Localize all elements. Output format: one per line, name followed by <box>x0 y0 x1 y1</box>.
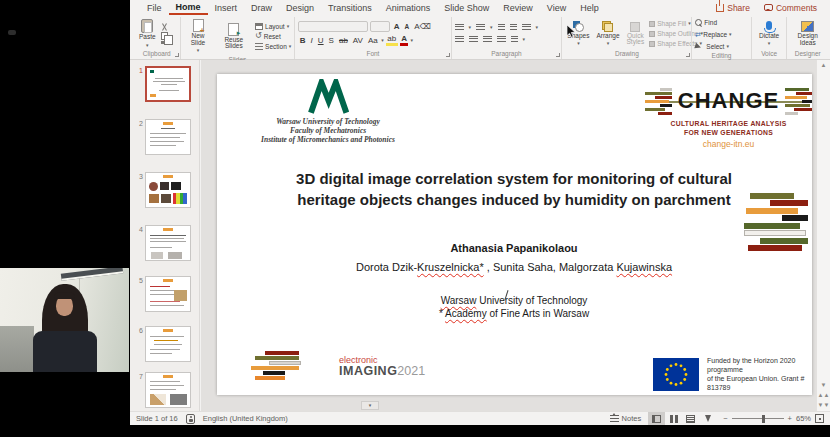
zoom-out-button[interactable]: − <box>723 414 727 423</box>
slide-thumbnail-1[interactable] <box>145 66 191 102</box>
thumb-image <box>170 394 187 405</box>
notes-button[interactable]: Notes <box>610 414 642 423</box>
wut-logo-block[interactable]: Warsaw University of Technology Faculty … <box>233 79 423 144</box>
slide-thumbnail-2[interactable] <box>145 119 191 155</box>
grow-font-button[interactable]: A <box>392 22 401 31</box>
reuse-slides-button[interactable]: Reuse Slides <box>215 22 252 51</box>
new-slide-button[interactable]: New Slide ▾ <box>184 18 213 55</box>
decrease-indent-button[interactable] <box>498 24 505 31</box>
tab-help[interactable]: Help <box>573 0 606 15</box>
previous-slide-icon[interactable]: ▲▲ <box>818 390 830 400</box>
underline-button[interactable]: U <box>316 36 325 45</box>
slide-sorter-view-button[interactable] <box>665 412 682 425</box>
font-name-input[interactable] <box>298 21 368 32</box>
paste-dropdown-icon: ▾ <box>146 42 149 49</box>
copy-button[interactable] <box>161 32 168 40</box>
shrink-font-button[interactable]: A <box>403 22 411 31</box>
slide-thumbnail-7[interactable] <box>145 372 191 408</box>
ei-imaging-label: IMAGING <box>339 364 397 378</box>
slide-thumbnail-3[interactable] <box>145 172 191 208</box>
tab-transitions[interactable]: Transitions <box>321 0 379 15</box>
accessibility-icon[interactable] <box>186 414 195 424</box>
slide-thumbnail-5[interactable] <box>145 276 191 312</box>
bold-button[interactable]: B <box>298 36 307 45</box>
paste-icon <box>141 19 153 33</box>
line-spacing-button[interactable] <box>522 24 531 31</box>
shadow-button[interactable]: S <box>327 36 335 45</box>
layout-button[interactable]: Layout ▾ <box>255 22 291 31</box>
clear-formatting-button[interactable]: A⌫ <box>413 22 433 31</box>
change-logo-block[interactable]: CHANGE CULTURAL HERITAGE ANALYSIS FOR NE… <box>645 86 812 149</box>
slide-thumbnail-6[interactable] <box>145 326 191 362</box>
electronic-imaging-logo[interactable]: electronicIMAGING2021 <box>251 351 425 380</box>
language-indicator[interactable]: English (United Kingdom) <box>203 414 288 423</box>
align-center-button[interactable] <box>469 36 478 43</box>
justify-button[interactable] <box>497 36 506 43</box>
pane-collapse-button[interactable]: ▾ <box>361 401 379 410</box>
columns-button[interactable] <box>511 36 518 43</box>
eu-funding-block[interactable]: Funded by the Horizon 2020 programme of … <box>653 356 812 392</box>
share-button[interactable]: Share <box>711 3 755 13</box>
align-left-button[interactable] <box>455 36 464 43</box>
clipboard-dialog-launcher[interactable] <box>175 53 179 57</box>
comments-button[interactable]: Comments <box>759 3 822 13</box>
tab-view[interactable]: View <box>540 0 573 15</box>
slideshow-button[interactable] <box>699 412 716 425</box>
replace-button[interactable]: ⇄ Replace ▾ <box>695 30 731 39</box>
webcam-person-body <box>33 331 97 372</box>
paste-button[interactable]: Paste ▾ <box>137 18 158 49</box>
section-button[interactable]: Section ▾ <box>255 42 291 51</box>
affiliation-block[interactable]: Warsaw University of Technology * Academ… <box>267 294 761 320</box>
increase-indent-button[interactable] <box>510 24 517 31</box>
design-ideas-button[interactable]: Design Ideas <box>790 20 825 47</box>
slide-indicator: Slide 1 of 16 <box>136 414 178 423</box>
thumb-text-line <box>150 290 176 291</box>
slide-title[interactable]: 3D digital image correlation system for … <box>267 168 761 210</box>
italic-button[interactable]: I <box>309 36 314 45</box>
strikethrough-button[interactable]: ab <box>337 36 349 45</box>
tab-draw[interactable]: Draw <box>244 0 279 15</box>
reset-button[interactable]: ↺ Reset <box>255 32 291 41</box>
zoom-slider[interactable] <box>732 418 784 419</box>
bullets-button[interactable] <box>455 24 464 31</box>
normal-view-button[interactable] <box>648 412 665 425</box>
font-size-input[interactable] <box>370 21 390 32</box>
change-case-button[interactable]: Aa <box>366 36 379 45</box>
drawing-dialog-launcher[interactable] <box>686 53 690 57</box>
slide-thumbnail-4[interactable] <box>145 225 191 261</box>
next-slide-icon[interactable]: ▼▼ <box>818 400 830 411</box>
scroll-up-icon[interactable]: ▲ <box>821 60 827 70</box>
slide-scrollbar[interactable]: ▲ ▼ ▲▲ ▼▼ <box>816 60 830 411</box>
numbering-button[interactable] <box>476 24 485 31</box>
thumb-text-line <box>150 238 184 239</box>
align-right-button[interactable] <box>483 36 492 43</box>
tab-insert[interactable]: Insert <box>208 0 245 15</box>
presenter-name[interactable]: Athanasia Papanikolaou <box>267 242 761 254</box>
character-spacing-button[interactable]: AV <box>351 36 364 45</box>
font-color-button[interactable]: A <box>400 34 409 46</box>
tab-slide-show[interactable]: Slide Show <box>437 0 496 15</box>
reading-view-button[interactable] <box>682 412 699 425</box>
paragraph-dialog-launcher[interactable] <box>556 53 560 57</box>
fit-to-window-button[interactable] <box>815 414 824 423</box>
scroll-down-icon[interactable]: ▼ <box>821 380 827 390</box>
tab-review[interactable]: Review <box>496 0 540 15</box>
tab-animations[interactable]: Animations <box>379 0 438 15</box>
arrange-button[interactable]: Arrange ▾ <box>594 20 621 48</box>
webcam-video <box>0 268 129 372</box>
zoom-level[interactable]: 65% <box>796 414 811 423</box>
select-button[interactable]: Select ▾ <box>695 42 731 51</box>
font-dialog-launcher[interactable] <box>446 53 450 57</box>
tab-home[interactable]: Home <box>169 0 208 15</box>
tab-file[interactable]: File <box>140 0 169 15</box>
zoom-in-button[interactable]: + <box>788 414 792 423</box>
dictate-button[interactable]: Dictate ▾ <box>757 20 781 48</box>
authors-line[interactable]: Dorota Dzik-Kruszelnicka* , Sunita Saha,… <box>247 261 781 273</box>
highlight-color-button[interactable]: ab <box>386 34 398 46</box>
quick-styles-button[interactable]: Quick Styles <box>625 21 647 47</box>
zoom-slider-thumb[interactable] <box>762 415 765 423</box>
cut-button[interactable] <box>161 23 169 31</box>
slide-canvas[interactable]: Warsaw University of Technology Faculty … <box>217 74 812 395</box>
tab-design[interactable]: Design <box>279 0 321 15</box>
find-button[interactable]: Find <box>695 18 731 27</box>
